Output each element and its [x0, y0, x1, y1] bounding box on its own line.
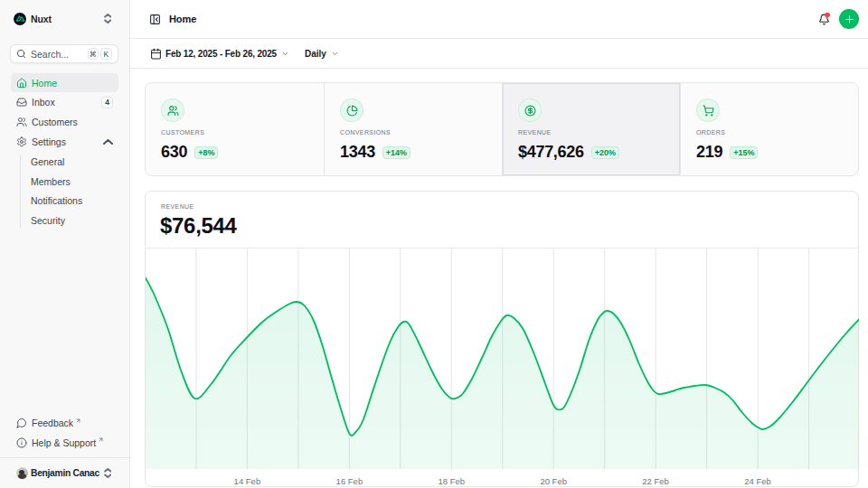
svg-text:22 Feb: 22 Feb: [642, 476, 669, 486]
svg-text:20 Feb: 20 Feb: [540, 476, 567, 486]
svg-text:16 Feb: 16 Feb: [336, 476, 363, 486]
svg-text:24 Feb: 24 Feb: [744, 476, 771, 486]
svg-text:14 Feb: 14 Feb: [234, 476, 261, 486]
svg-text:18 Feb: 18 Feb: [439, 476, 466, 486]
